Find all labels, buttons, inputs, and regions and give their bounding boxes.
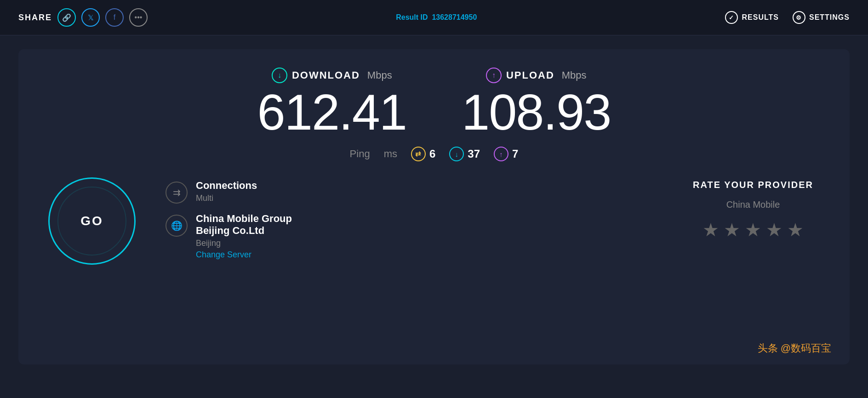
watermark: 头条 @数码百宝 [758, 341, 831, 355]
ping-unit: ms [384, 148, 397, 160]
connections-title: Connections [196, 180, 257, 192]
isp-text: China Mobile Group Beijing Co.Ltd Beijin… [196, 213, 292, 260]
upload-ping-item: ↑ 7 [494, 147, 518, 161]
nav-section: ✓ RESULTS ⚙ SETTINGS [725, 11, 850, 24]
isp-name: China Mobile Group Beijing Co.Ltd [196, 213, 292, 237]
star-3[interactable]: ★ [745, 219, 761, 240]
result-id: Result ID 13628714950 [396, 13, 477, 22]
star-4[interactable]: ★ [766, 219, 782, 240]
settings-label: SETTINGS [809, 13, 850, 22]
jitter-icon: ⇄ [411, 147, 426, 161]
download-ping-value: 37 [468, 148, 480, 160]
change-server-link[interactable]: Change Server [196, 250, 292, 260]
upload-section: ↑ UPLOAD Mbps 108.93 [462, 68, 611, 137]
star-2[interactable]: ★ [724, 219, 740, 240]
bottom-section: GO ⇉ Connections Multi 🌐 China Mobile Gr… [46, 175, 822, 267]
more-icon[interactable]: ••• [129, 8, 148, 27]
download-section: ↓ DOWNLOAD Mbps 612.41 [257, 68, 406, 137]
globe-icon: 🌐 [166, 215, 188, 237]
main-content: ↓ DOWNLOAD Mbps 612.41 ↑ UPLOAD Mbps 108… [18, 49, 850, 364]
connection-info: ⇉ Connections Multi 🌐 China Mobile Group… [166, 175, 657, 260]
rate-section: RATE YOUR PROVIDER China Mobile ★ ★ ★ ★ … [684, 175, 822, 240]
upload-ping-icon: ↑ [494, 147, 508, 161]
download-unit: Mbps [367, 69, 392, 81]
link-icon[interactable]: 🔗 [57, 8, 76, 27]
download-ping-item: ↓ 37 [449, 147, 480, 161]
upload-value: 108.93 [462, 87, 611, 137]
settings-nav[interactable]: ⚙ SETTINGS [793, 11, 850, 24]
download-icon: ↓ [272, 68, 287, 83]
ping-label: Ping [350, 148, 370, 160]
go-button[interactable]: GO [57, 187, 126, 256]
connections-row: ⇉ Connections Multi [166, 180, 657, 204]
isp-row: 🌐 China Mobile Group Beijing Co.Ltd Beij… [166, 213, 657, 260]
ping-section: Ping ms ⇄ 6 ↓ 37 ↑ 7 [46, 147, 822, 161]
download-ping-icon: ↓ [449, 147, 464, 161]
connections-text: Connections Multi [196, 180, 257, 203]
results-label: RESULTS [742, 13, 778, 22]
topbar: SHARE 🔗 𝕏 f ••• Result ID 13628714950 ✓ … [0, 0, 868, 35]
watermark-text: 头条 @数码百宝 [758, 342, 831, 354]
star-1[interactable]: ★ [702, 219, 719, 240]
download-value: 612.41 [257, 87, 406, 137]
twitter-icon[interactable]: 𝕏 [81, 8, 100, 27]
download-title: DOWNLOAD [292, 69, 360, 81]
isp-location: Beijing [196, 239, 292, 248]
share-section: SHARE 🔗 𝕏 f ••• [18, 8, 148, 27]
upload-ping-value: 7 [512, 148, 518, 160]
results-nav[interactable]: ✓ RESULTS [725, 11, 778, 24]
upload-title: UPLOAD [506, 69, 554, 81]
connections-icon: ⇉ [166, 182, 188, 204]
rate-title: RATE YOUR PROVIDER [684, 180, 822, 190]
facebook-icon[interactable]: f [105, 8, 124, 27]
jitter-item: ⇄ 6 [411, 147, 435, 161]
star-rating[interactable]: ★ ★ ★ ★ ★ [684, 219, 822, 240]
connections-value: Multi [196, 193, 257, 203]
upload-unit: Mbps [562, 69, 587, 81]
go-button-container: GO [46, 175, 138, 267]
go-label: GO [80, 214, 103, 228]
star-5[interactable]: ★ [787, 219, 804, 240]
speed-section: ↓ DOWNLOAD Mbps 612.41 ↑ UPLOAD Mbps 108… [46, 68, 822, 137]
share-label: SHARE [18, 13, 52, 23]
rate-provider: China Mobile [684, 199, 822, 210]
jitter-value: 6 [429, 148, 435, 160]
settings-icon: ⚙ [793, 11, 805, 24]
go-outer-ring: GO [48, 177, 136, 265]
result-id-label: Result ID [396, 13, 428, 21]
upload-label: ↑ UPLOAD Mbps [462, 68, 611, 83]
result-id-value[interactable]: 13628714950 [432, 13, 477, 21]
download-label: ↓ DOWNLOAD Mbps [257, 68, 406, 83]
upload-icon: ↑ [486, 68, 502, 83]
results-icon: ✓ [725, 11, 738, 24]
